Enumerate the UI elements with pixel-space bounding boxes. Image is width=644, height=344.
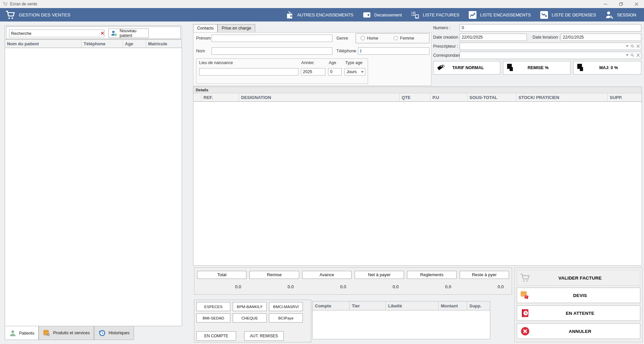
chevron-down-icon[interactable] [626, 45, 629, 47]
column-header-supp[interactable]: SUPP. [608, 93, 642, 101]
column-header-designation[interactable]: DESIGNATION [239, 93, 400, 101]
age-input[interactable] [328, 68, 342, 76]
date-livraison-input[interactable] [561, 34, 641, 41]
tarif-normal-button[interactable]: TARIF NORMAL [433, 61, 500, 75]
cart-icon [3, 2, 8, 6]
tab-contacts[interactable]: Contacts [193, 24, 218, 32]
genre-option-femme[interactable]: Femme [394, 36, 414, 41]
reglements-box: Reglements [407, 271, 456, 279]
lieu-naissance-input[interactable] [199, 68, 298, 76]
clear-icon[interactable] [636, 44, 640, 48]
clear-icon[interactable] [636, 53, 640, 57]
search-icon[interactable] [631, 53, 634, 57]
age-label: Age [329, 60, 336, 65]
invoice-header: Numero : Date creation : Date livraison … [433, 23, 643, 76]
remise-button[interactable]: REMISE % [503, 61, 570, 75]
telephone-input[interactable] [358, 47, 429, 55]
toolbar-button-liste-factures[interactable]: LISTE FACTURES [406, 8, 464, 21]
numero-input[interactable] [460, 24, 641, 32]
column-header-age[interactable]: Age [123, 40, 146, 48]
payment-methods-panel: ESPECES BPM-BANKILY BMCI-MASRVI BMI-SEDA… [194, 300, 311, 342]
date-creation-input[interactable] [460, 34, 527, 41]
column-header-montant[interactable]: Montant [439, 301, 467, 310]
genre-label: Genre [336, 36, 348, 41]
tab-historiques[interactable]: Historiques [94, 326, 134, 340]
search-icon[interactable] [631, 44, 634, 48]
column-header-qte[interactable]: QTE [400, 93, 430, 101]
en-attente-button[interactable]: EN ATTENTE [517, 305, 640, 321]
column-header-supp[interactable]: Supp. [467, 301, 490, 310]
devis-button[interactable]: DEVIS [517, 288, 640, 303]
birth-place-group: Lieu de naissance Année: Age Type age Jo… [196, 58, 368, 84]
pay-bcipaye-button[interactable]: BCIPaye [269, 313, 303, 323]
tab-prise-en-charge[interactable]: Prise en charge [218, 24, 255, 32]
toolbar-button-liste-encaissements[interactable]: LISTE ENCAISSEMENTS [464, 8, 535, 21]
column-header-libelle[interactable]: Libellé [386, 301, 439, 310]
increase-squares-icon [576, 63, 586, 72]
net-a-payer-value: 0.0 [355, 284, 404, 289]
close-button[interactable] [629, 0, 644, 8]
column-header-tier[interactable]: Tier [350, 301, 386, 310]
type-age-label: Type age [345, 60, 362, 65]
remise-box: Remise [249, 271, 299, 279]
sales-screen-window: Ecran de vente GESTION DES VENTES AUTRES… [0, 0, 644, 344]
minimize-icon [604, 2, 607, 6]
column-header-compte[interactable]: Compte [313, 301, 350, 310]
restore-icon [619, 2, 623, 6]
user-key-icon [605, 11, 614, 19]
payments-table-header: Compte Tier Libellé Montant Supp. [312, 301, 490, 310]
search-input[interactable] [9, 30, 104, 37]
valider-facture-button[interactable]: VALIDER FACTURE [517, 270, 640, 286]
correspondant-combo[interactable] [460, 52, 641, 59]
pay-cheque-button[interactable]: CHEQUE [233, 313, 267, 323]
en-compte-button[interactable]: EN COMPTE [196, 331, 236, 341]
type-age-select[interactable]: Jours [344, 68, 365, 76]
genre-option-home[interactable]: Home [361, 36, 378, 41]
toolbar-button-autres-encaissements[interactable]: AUTRES ENCAISSEMENTS [281, 8, 358, 21]
column-header-pu[interactable]: P.U [430, 93, 467, 101]
cancel-icon [520, 327, 530, 336]
restore-button[interactable] [613, 0, 629, 8]
prenom-input[interactable] [212, 35, 332, 42]
prescripteur-combo[interactable] [460, 43, 641, 50]
pay-bmi-sedad-button[interactable]: BMI-SEDAD [196, 313, 230, 323]
column-header-sous-total[interactable]: SOUS-TOTAL [467, 93, 516, 101]
radio-icon [394, 36, 398, 40]
new-patient-button[interactable]: Nouveau patient [108, 29, 149, 38]
main-toolbar: GESTION DES VENTES AUTRES ENCAISSEMENTS … [0, 8, 644, 21]
net-a-payer-box: Net à payer [355, 271, 404, 279]
remise-value: 0.0 [249, 284, 299, 289]
price-tag-icon [436, 63, 446, 72]
toolbar-button-liste-depenses[interactable]: LISTE DE DEPENSES [535, 8, 600, 21]
column-header-telephone[interactable]: Téléphone [82, 40, 123, 48]
patient-search-bar: Nouveau patient [6, 27, 181, 39]
prescripteur-label: Prescripteur : [433, 44, 458, 49]
close-icon [635, 2, 638, 6]
trend-up-icon [468, 11, 477, 19]
column-header-stock-praticien[interactable]: STOCK/ PRATICIEN [516, 93, 608, 101]
toolbar-button-decaissement[interactable]: Decaissement [358, 8, 406, 21]
annuler-button[interactable]: ANNULER [517, 324, 640, 339]
aut-remises-button[interactable]: AUT. REMISES [244, 331, 284, 341]
column-header-ref[interactable]: REF. [201, 93, 239, 101]
cart-icon [5, 10, 15, 19]
details-panel: Details REF. DESIGNATION QTE P.U SOUS-TO… [193, 87, 642, 266]
tab-produits-et-services[interactable]: Produits et services [39, 326, 94, 340]
pay-bpm-bankily-button[interactable]: BPM-BANKILY [233, 302, 267, 311]
avance-box: Avance [302, 271, 352, 279]
clear-search-icon[interactable] [100, 31, 105, 36]
total-value: 0.0 [197, 284, 246, 289]
column-header-matricule[interactable]: Matricule [146, 40, 182, 48]
chevron-down-icon[interactable] [626, 54, 629, 56]
pay-bmci-masrvi-button[interactable]: BMCI-MASRVI [269, 302, 303, 311]
nom-input[interactable] [212, 47, 332, 55]
pay-especes-button[interactable]: ESPECES [196, 302, 230, 311]
annee-input[interactable] [301, 68, 325, 76]
minimize-button[interactable] [598, 0, 613, 8]
details-table-header: REF. DESIGNATION QTE P.U SOUS-TOTAL STOC… [193, 93, 642, 102]
tab-patients[interactable]: Patients [5, 326, 39, 340]
toolbar-button-session[interactable]: SESSION [600, 8, 641, 21]
maj-button[interactable]: MAJ: 0 % [573, 61, 641, 75]
patient-form-panel: Prénom Genre Home Femme Nom Téléphone Li… [193, 32, 431, 86]
column-header-nom[interactable]: Nom du patient [5, 40, 82, 48]
